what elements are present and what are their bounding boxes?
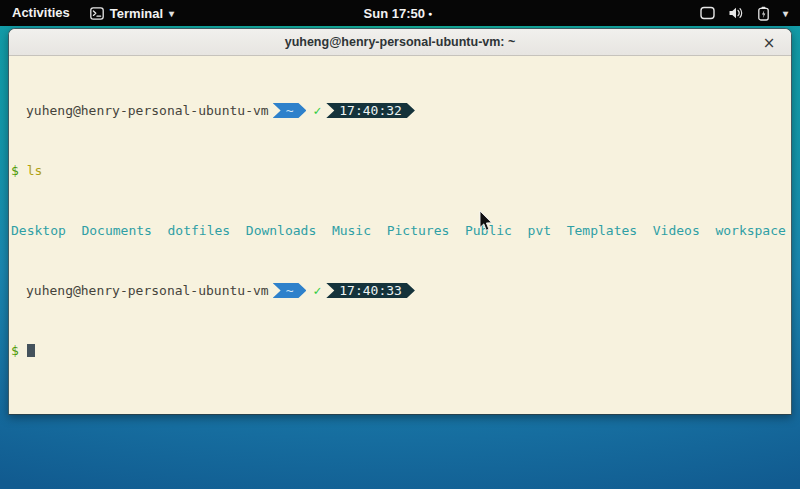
app-menu-label: Terminal: [110, 6, 163, 21]
mouse-pointer-icon: [479, 210, 494, 232]
app-menu-terminal[interactable]: Terminal ▾: [90, 0, 174, 26]
input-line[interactable]: $: [11, 343, 791, 358]
close-button[interactable]: ×: [757, 29, 781, 56]
terminal-content[interactable]: yuheng@henry-personal-ubuntu-vm~✓17:40:3…: [9, 56, 791, 388]
shell-symbol: $: [11, 343, 19, 358]
clock-button[interactable]: Sun 17:50 ●: [364, 6, 433, 21]
chevron-down-icon: ▾: [783, 8, 788, 19]
chevron-down-icon: ▾: [169, 8, 174, 19]
prompt-user: yuheng@henry-personal-ubuntu-vm: [11, 283, 269, 298]
shell-symbol: $: [11, 163, 19, 178]
ls-output: Desktop Documents dotfiles Downloads Mus…: [11, 223, 786, 238]
window-titlebar[interactable]: yuheng@henry-personal-ubuntu-vm: ~ ×: [9, 29, 791, 56]
activities-button[interactable]: Activities: [0, 0, 82, 26]
prompt-path-segment: ~: [273, 103, 307, 118]
ls-output-line: Desktop Documents dotfiles Downloads Mus…: [11, 223, 791, 238]
prompt-time-segment: 17:40:33: [326, 283, 415, 298]
terminal-icon: [90, 7, 104, 20]
clock-label: Sun 17:50: [364, 6, 425, 21]
prompt-line: yuheng@henry-personal-ubuntu-vm~✓17:40:3…: [11, 103, 791, 118]
command-text: ls: [27, 163, 43, 178]
system-menu[interactable]: ▾: [694, 0, 794, 26]
prompt-line: yuheng@henry-personal-ubuntu-vm~✓17:40:3…: [11, 283, 791, 298]
screen-icon: [700, 6, 715, 20]
text-cursor: [27, 344, 35, 357]
status-check-icon: ✓: [313, 283, 321, 298]
prompt-path-segment: ~: [273, 283, 307, 298]
top-bar: Activities Terminal ▾ Sun 17:50 ●: [0, 0, 800, 26]
volume-icon: [728, 6, 744, 20]
battery-charging-icon: [757, 6, 770, 21]
prompt-time-segment: 17:40:32: [326, 103, 415, 118]
window-title: yuheng@henry-personal-ubuntu-vm: ~: [285, 35, 516, 49]
command-line: $ ls: [11, 163, 791, 178]
status-check-icon: ✓: [313, 103, 321, 118]
notification-dot-icon: ●: [428, 10, 432, 17]
prompt-user: yuheng@henry-personal-ubuntu-vm: [11, 103, 269, 118]
terminal-window: yuheng@henry-personal-ubuntu-vm: ~ × yuh…: [8, 28, 792, 415]
